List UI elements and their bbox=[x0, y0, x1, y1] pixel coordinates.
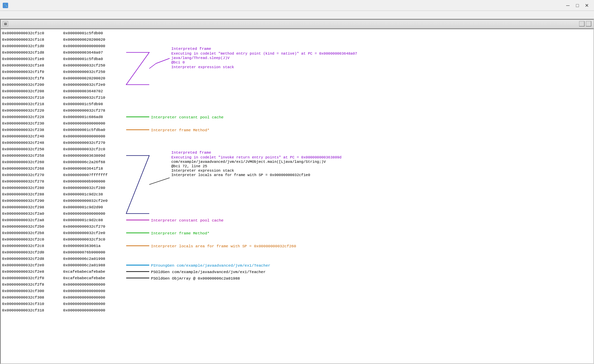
memory-value: 0x0000000363061a bbox=[63, 243, 124, 249]
memory-address: 0x00000000032cf1f0 bbox=[2, 69, 63, 75]
menu-tools[interactable] bbox=[8, 14, 15, 16]
memory-value: 0x00000000032cf250 bbox=[63, 63, 124, 68]
menu-windows[interactable] bbox=[15, 14, 22, 16]
memory-value: 0x0000000000000000 bbox=[63, 308, 124, 313]
table-row: 0x00000000032cf3180x0000000000000000 bbox=[1, 307, 593, 313]
memory-value: 0x0000000000000000 bbox=[63, 288, 124, 294]
memory-value: 0x0000000000000000 bbox=[63, 301, 124, 307]
memory-address: 0x00000000032cf2a8 bbox=[2, 217, 63, 223]
memory-address: 0x00000000032cf268 bbox=[2, 166, 63, 171]
memory-address: 0x00000000032cf230 bbox=[2, 121, 63, 126]
memory-address: 0x00000000032cf260 bbox=[2, 159, 63, 165]
memory-address: 0x00000000032cf1f8 bbox=[2, 76, 63, 81]
memory-value: 0x00000000032cf2e0 bbox=[63, 230, 124, 236]
table-row: 0x00000000032cf3080x0000000000000000 bbox=[1, 294, 593, 301]
memory-address: 0x00000000032cf218 bbox=[2, 101, 63, 107]
memory-address: 0x00000000032cf208 bbox=[2, 89, 63, 94]
table-row: 0x00000000032cf2a80x00000001c9d2c88 bbox=[1, 217, 593, 223]
memory-value: 0x0000000020200020 bbox=[63, 76, 124, 81]
memory-value: 0x00000000032cf3c0 bbox=[63, 237, 124, 242]
memory-address: 0x00000000032cf310 bbox=[2, 301, 63, 307]
memory-address: 0x00000000032cf298 bbox=[2, 205, 63, 210]
memory-address: 0x00000000032cf2d8 bbox=[2, 256, 63, 262]
title-bar: 🔧 ─ □ ✕ bbox=[0, 0, 594, 11]
table-row: 0x00000000032cf2f00xcafebabecafebabe bbox=[1, 275, 593, 281]
memory-address: 0x00000000032cf1d8 bbox=[2, 50, 63, 55]
table-row: 0x00000000032cf1d80x000000003648a07 bbox=[1, 49, 593, 56]
table-row: 0x00000000032cf2500x00000000032cf2c0 bbox=[1, 146, 593, 152]
memory-address: 0x00000000032cf290 bbox=[2, 198, 63, 204]
memory-value: 0x00000001c5fdb98 bbox=[63, 101, 124, 107]
table-row: 0x00000000032cf2880x00000001c9d2c38 bbox=[1, 191, 593, 197]
memory-value: 0xcafebabecafebabe bbox=[63, 275, 124, 281]
memory-address: 0x00000000032cf250 bbox=[2, 147, 63, 152]
memory-value: 0x000000003648a07 bbox=[63, 50, 124, 55]
memory-address: 0x00000000032cf2d0 bbox=[2, 250, 63, 255]
memory-address: 0x00000000032cf258 bbox=[2, 153, 63, 158]
memory-value: 0x00000006c2a01998 bbox=[63, 256, 124, 262]
memory-value: 0x0000000000000000 bbox=[63, 43, 124, 49]
memory-value: 0x00000000032cf250 bbox=[63, 69, 124, 75]
main-area: ▤ 0x00000000032cf1c00x00000001c5fdb000x0… bbox=[0, 19, 594, 364]
table-row: 0x00000000032cf2400x0000000000000000 bbox=[1, 133, 593, 139]
memory-value: 0x00000006c2a26f68 bbox=[63, 159, 124, 165]
memory-address: 0x00000000032cf238 bbox=[2, 127, 63, 133]
memory-view[interactable]: 0x00000000032cf1c00x00000001c5fdb000x000… bbox=[1, 29, 593, 363]
minimize-button[interactable]: ─ bbox=[563, 2, 572, 9]
maximize-button[interactable]: □ bbox=[573, 2, 582, 9]
table-row: 0x00000000032cf2d00x000000076b900000 bbox=[1, 249, 593, 255]
memory-address: 0x00000000032cf2e0 bbox=[2, 263, 63, 268]
memory-address: 0x00000000032cf1e8 bbox=[2, 63, 63, 68]
table-row: 0x00000000032cf2180x00000001c5fdb98 bbox=[1, 101, 593, 107]
table-row: 0x00000000032cf2600x00000006c2a26f68 bbox=[1, 159, 593, 165]
table-row: 0x00000000032cf2b00x00000000032cf270 bbox=[1, 223, 593, 230]
memory-value: 0x00000000032cf210 bbox=[63, 95, 124, 100]
memory-value: 0x00000001c9d2c88 bbox=[63, 217, 124, 223]
table-row: 0x00000000032cf3000x0000000000000000 bbox=[1, 288, 593, 294]
table-row: 0x00000000032cf2000x00000000032cf2e0 bbox=[1, 81, 593, 88]
memory-address: 0x00000000032cf248 bbox=[2, 140, 63, 146]
memory-value: 0x00000001c5fdb00 bbox=[63, 31, 124, 36]
table-row: 0x00000000032cf2300x0000000000000000 bbox=[1, 120, 593, 127]
memory-address: 0x00000000032cf200 bbox=[2, 82, 63, 88]
memory-value: 0x0000000000000000 bbox=[63, 121, 124, 126]
table-row: 0x00000000032cf2c80x0000000363061a bbox=[1, 243, 593, 249]
restore-button[interactable] bbox=[579, 21, 585, 26]
memory-value: 0x00000006c2a01988 bbox=[63, 263, 124, 268]
memory-value: 0x00000001c5fdba0 bbox=[63, 56, 124, 62]
memory-value: 0xcafebabecafebabe bbox=[63, 269, 124, 274]
memory-address: 0x00000000032cf280 bbox=[2, 185, 63, 191]
memory-address: 0x00000000032cf228 bbox=[2, 114, 63, 120]
memory-address: 0x00000000032cf2b0 bbox=[2, 224, 63, 229]
table-row: 0x00000000032cf2f80x0000000000000000 bbox=[1, 281, 593, 288]
table-row: 0x00000000032cf2e00x00000006c2a01988 bbox=[1, 262, 593, 268]
memory-value: 0x000000003641f18 bbox=[63, 166, 124, 171]
memory-value: 0x00000000032cf270 bbox=[63, 140, 124, 146]
memory-value: 0x00000001c686ad8 bbox=[63, 114, 124, 120]
memory-address: 0x00000000032cf1c0 bbox=[2, 31, 63, 36]
table-row: 0x00000000032cf2080x000000003648702 bbox=[1, 88, 593, 94]
memory-address: 0x00000000032cf240 bbox=[2, 134, 63, 139]
memory-value: 0x0000000000000000 bbox=[63, 211, 124, 216]
memory-value: 0x00000000032cf2e0 bbox=[63, 82, 124, 88]
memory-address: 0x00000000032cf300 bbox=[2, 288, 63, 294]
memory-value: 0x0000000000000000 bbox=[63, 134, 124, 139]
memory-value: 0x000000000032cf2e0 bbox=[63, 198, 124, 204]
memory-address: 0x00000000032cf2f0 bbox=[2, 275, 63, 281]
memory-value: 0x00000000032cf278 bbox=[63, 108, 124, 113]
memory-address: 0x00000000032cf220 bbox=[2, 108, 63, 113]
table-row: 0x00000000032cf1e80x00000000032cf250 bbox=[1, 62, 593, 69]
table-row: 0x00000000032cf1d00x0000000000000000 bbox=[1, 43, 593, 49]
memory-address: 0x00000000032cf2b8 bbox=[2, 230, 63, 236]
table-row: 0x00000000032cf1c80x0000000020200020 bbox=[1, 36, 593, 43]
close-panel-button[interactable] bbox=[586, 21, 591, 26]
table-row: 0x00000000032cf1c00x00000001c5fdb00 bbox=[1, 30, 593, 36]
table-row: 0x00000000032cf2d80x00000006c2a01998 bbox=[1, 255, 593, 262]
table-row: 0x00000000032cf1f80x0000000020200020 bbox=[1, 75, 593, 81]
table-row: 0x00000000032cf3100x0000000000000000 bbox=[1, 301, 593, 307]
menu-file[interactable] bbox=[1, 14, 8, 16]
table-row: 0x00000000032cf2a00x0000000000000000 bbox=[1, 210, 593, 217]
close-button[interactable]: ✕ bbox=[582, 2, 591, 9]
content-area: 0x00000000032cf1c00x00000001c5fdb000x000… bbox=[0, 28, 594, 364]
table-row: 0x00000000032cf2780x000000000b900000 bbox=[1, 178, 593, 185]
